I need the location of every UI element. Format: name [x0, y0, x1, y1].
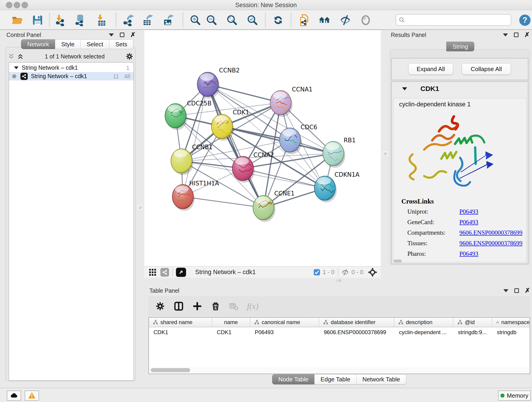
control-panel-close-icon[interactable]: ✗	[130, 32, 136, 37]
table-row[interactable]: CDK1 CDK1 P06493 9606.ENSP00000378699 cy…	[149, 327, 530, 337]
import-table-from-file-icon[interactable]	[95, 13, 108, 27]
open-session-icon[interactable]	[11, 13, 24, 27]
grid-view-icon[interactable]	[148, 268, 157, 276]
node-CCNE1[interactable]: CCNE1	[253, 190, 295, 222]
search-field[interactable]	[396, 14, 511, 26]
entry-expander-icon[interactable]	[402, 87, 407, 90]
control-panel-float-icon[interactable]	[120, 32, 124, 37]
node-RB1[interactable]: RB1	[323, 137, 355, 168]
column-header[interactable]: database identifier	[319, 318, 394, 327]
table-gear-icon[interactable]	[155, 301, 165, 311]
search-input[interactable]	[407, 17, 505, 23]
export-image-icon[interactable]	[161, 13, 175, 27]
column-header[interactable]: namespace	[492, 318, 530, 327]
crosslink-pharos-link[interactable]: P06493	[459, 250, 478, 257]
toolbar-separator	[183, 13, 183, 27]
results-hscroll-thumb[interactable]	[394, 259, 402, 263]
column-header[interactable]: shared name	[149, 318, 212, 327]
tab-network[interactable]: Network	[21, 39, 55, 49]
export-table-icon[interactable]	[141, 13, 154, 27]
network-graph[interactable]: CCNB2CCNA1CDC25BCDK1CDC6RB1CCNB1CCNA2CDK…	[144, 30, 381, 267]
table-hscroll-thumb[interactable]	[151, 368, 190, 372]
crosslink-uniprot-link[interactable]: P06493	[459, 208, 478, 215]
import-network-from-file-icon[interactable]	[54, 13, 67, 27]
crosslink-genecard-link[interactable]: P06493	[459, 219, 478, 225]
cell-shared-name[interactable]: CDK1	[149, 329, 212, 336]
new-network-from-selection-icon[interactable]	[298, 13, 311, 27]
node-CDKN1A[interactable]: CDKN1A	[314, 171, 360, 202]
network-share-icon[interactable]	[160, 268, 169, 277]
table-panel-close-icon[interactable]: ✗	[525, 288, 530, 293]
collapse-all-icon[interactable]	[8, 53, 15, 60]
network-collection-row[interactable]: String Network – cdk1	[9, 64, 133, 72]
column-header[interactable]: @id	[453, 318, 492, 327]
horizontal-splitter-handle[interactable]	[336, 278, 342, 283]
tab-string[interactable]: String	[446, 42, 474, 51]
zoom-out-icon[interactable]	[205, 13, 218, 27]
cell-id[interactable]: stringdb:9...	[453, 329, 492, 336]
cloud-button[interactable]	[7, 390, 21, 401]
collapse-all-button[interactable]: Collapse All	[462, 63, 511, 75]
tab-sets[interactable]: Sets	[109, 39, 133, 49]
tab-select[interactable]: Select	[80, 39, 109, 49]
tab-network-table[interactable]: Network Table	[356, 374, 406, 384]
collection-expander-icon[interactable]	[14, 66, 19, 69]
tab-style[interactable]: Style	[55, 39, 81, 49]
column-header[interactable]: canonical name	[250, 318, 319, 327]
zoom-selected-icon[interactable]	[246, 13, 259, 27]
save-session-icon[interactable]	[31, 13, 44, 27]
control-panel-menu-icon[interactable]	[109, 33, 114, 36]
first-neighbors-icon[interactable]	[318, 13, 331, 27]
table-panel-float-icon[interactable]	[514, 288, 519, 293]
import-network-from-database-icon[interactable]	[74, 13, 87, 27]
cell-database-identifier[interactable]: 9606.ENSP00000378699	[319, 329, 394, 336]
results-panel-menu-icon[interactable]	[503, 33, 508, 36]
tab-edge-table[interactable]: Edge Table	[314, 374, 356, 384]
left-splitter-handle[interactable]	[137, 204, 143, 211]
results-panel-float-icon[interactable]	[514, 32, 519, 37]
create-column-icon[interactable]	[192, 301, 202, 311]
cell-canonical-name[interactable]: P06493	[250, 329, 319, 336]
memory-button[interactable]: Memory	[498, 390, 531, 401]
node-HIST1H1A[interactable]: HIST1H1A	[172, 180, 219, 211]
cell-name[interactable]: CDK1	[212, 329, 250, 336]
node-table[interactable]: shared name name canonical name database…	[148, 317, 530, 374]
table-type-tabs: Node Table Edge Table Network Table	[272, 374, 406, 384]
results-panel-close-icon[interactable]: ✗	[525, 32, 530, 37]
results-panel-header: Results Panel ✗	[391, 30, 530, 39]
table-hscrollbar[interactable]	[149, 367, 529, 373]
node-CDC6[interactable]: CDC6	[279, 124, 317, 154]
hidden-eye-icon[interactable]	[341, 268, 349, 276]
crosslink-tissues-link[interactable]: 9606.ENSP00000378699	[459, 240, 522, 247]
show-columns-icon[interactable]	[174, 301, 184, 311]
expand-all-button[interactable]: Expand All	[408, 63, 453, 75]
birdseye-view-icon[interactable]	[176, 268, 186, 277]
warnings-button[interactable]	[25, 390, 39, 401]
fit-selected-crosshair-icon[interactable]	[368, 268, 377, 277]
cell-description[interactable]: cyclin-dependent ...	[394, 329, 453, 336]
right-splitter-handle[interactable]	[382, 151, 388, 157]
cell-namespace[interactable]: stringdb	[492, 329, 530, 336]
zoom-fit-content-icon[interactable]	[225, 13, 239, 27]
expand-all-icon[interactable]	[17, 53, 24, 60]
hide-selected-icon[interactable]	[339, 13, 352, 27]
tab-node-table[interactable]: Node Table	[272, 374, 315, 384]
selected-checkbox-icon[interactable]	[313, 269, 320, 276]
delete-column-icon[interactable]	[211, 301, 220, 311]
help-icon[interactable]: ?	[518, 13, 532, 27]
network-view-toolbar: String Network – cdk1 1 - 0 0 - 0	[144, 266, 381, 278]
crosslink-compartments-link[interactable]: 9606.ENSP00000378699	[459, 229, 522, 236]
column-header[interactable]: name	[212, 318, 250, 327]
main-toolbar: ?	[0, 10, 532, 30]
network-status-dot	[12, 74, 16, 78]
zoom-in-icon[interactable]	[189, 13, 202, 27]
table-panel-menu-icon[interactable]	[503, 289, 508, 292]
gear-icon[interactable]	[126, 52, 133, 60]
column-header[interactable]: description	[394, 318, 453, 327]
show-all-icon[interactable]	[359, 13, 372, 27]
network-view[interactable]: CCNB2CCNA1CDC25BCDK1CDC6RB1CCNB1CCNA2CDK…	[144, 30, 381, 266]
refresh-icon[interactable]	[272, 13, 285, 27]
node-CCNA1[interactable]: CCNA1	[270, 86, 312, 117]
edge-HIST1H1A-CCNE1[interactable]	[183, 197, 264, 208]
export-network-icon[interactable]	[122, 13, 135, 27]
